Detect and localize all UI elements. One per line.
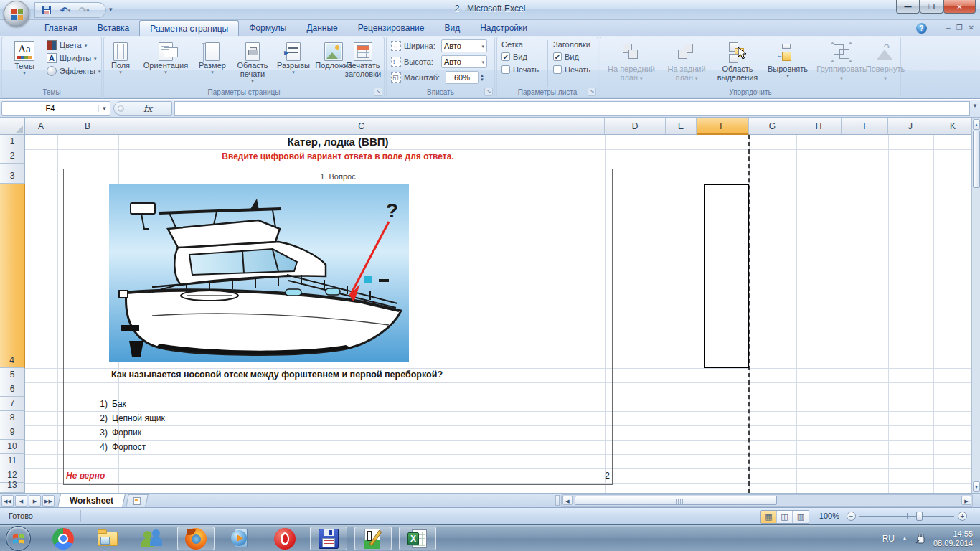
formula-bar-expand-icon[interactable]: ▼ xyxy=(971,103,979,109)
row-header-10[interactable]: 10 xyxy=(0,440,25,454)
answer-2-text[interactable]: Цепной ящик xyxy=(112,413,165,423)
answer-1-num[interactable]: 1) xyxy=(57,399,108,409)
scale-spinner[interactable]: 60% xyxy=(446,71,479,84)
column-header-j[interactable]: J xyxy=(888,118,933,135)
row-header-1[interactable]: 1 xyxy=(0,135,25,149)
formula-input[interactable] xyxy=(174,101,970,116)
vertical-scrollbar[interactable]: ▲ ▼ xyxy=(971,118,980,493)
horizontal-scrollbar[interactable]: ◀ ▶ xyxy=(561,494,973,507)
minimize-icon[interactable]: — xyxy=(896,0,920,14)
height-combo[interactable]: Авто▾ xyxy=(441,55,487,68)
row-header-5[interactable]: 5 xyxy=(0,368,25,382)
firefox-taskbar-icon[interactable] xyxy=(177,527,215,550)
clock[interactable]: 14:55 08.09.2014 xyxy=(933,529,973,548)
first-sheet-icon[interactable]: ◀◀ xyxy=(1,495,14,507)
explorer-taskbar-icon[interactable] xyxy=(89,527,126,550)
language-indicator[interactable]: RU xyxy=(882,534,895,544)
start-button[interactable] xyxy=(6,526,31,551)
chrome-taskbar-icon[interactable] xyxy=(44,527,82,550)
power-plug-icon[interactable] xyxy=(915,533,926,545)
tab-addins[interactable]: Надстройки xyxy=(470,20,537,36)
close-icon[interactable]: ✕ xyxy=(943,0,976,14)
scale-spinner-arrows-icon[interactable]: ▲▼ xyxy=(480,73,484,82)
size-button[interactable]: Размер▾ xyxy=(194,39,230,75)
tab-view[interactable]: Вид xyxy=(434,20,470,36)
column-header-k[interactable]: K xyxy=(933,118,973,135)
answer-4-num[interactable]: 4) xyxy=(57,442,108,452)
orientation-button[interactable]: Ориентация▾ xyxy=(138,39,193,75)
insert-worksheet-tab[interactable] xyxy=(126,494,149,507)
row-header-4[interactable]: 4 xyxy=(0,184,25,368)
themes-button[interactable]: Aa Темы ▾ xyxy=(4,39,45,75)
column-header-a[interactable]: A xyxy=(25,118,57,135)
opera-taskbar-icon[interactable] xyxy=(266,527,303,550)
help-icon[interactable]: ? xyxy=(916,23,927,34)
row-header-8[interactable]: 8 xyxy=(0,411,25,425)
theme-effects-button[interactable]: Эффекты▾ xyxy=(47,66,101,76)
horizontal-scroll-thumb[interactable] xyxy=(575,496,777,505)
tab-home[interactable]: Главная xyxy=(34,20,88,36)
scroll-right-icon[interactable]: ▶ xyxy=(961,496,971,505)
doc-restore-icon[interactable]: ❐ xyxy=(956,24,963,32)
next-sheet-icon[interactable]: ▶ xyxy=(29,495,41,507)
theme-fonts-button[interactable]: A Шрифты▾ xyxy=(47,53,101,63)
quiz-instruction-cell[interactable]: Введите цифровой вариант ответа в поле д… xyxy=(63,151,613,161)
insert-function-button[interactable]: fx xyxy=(113,101,172,116)
scroll-left-icon[interactable]: ◀ xyxy=(562,496,573,505)
print-titles-button[interactable]: Печатать заголовки xyxy=(342,39,384,78)
tab-data[interactable]: Данные xyxy=(296,20,347,36)
zoom-slider-thumb[interactable] xyxy=(916,512,923,521)
messenger-taskbar-icon[interactable] xyxy=(133,527,171,550)
name-box-dropdown-icon[interactable]: ▼ xyxy=(98,105,110,112)
scroll-up-icon[interactable]: ▲ xyxy=(973,119,980,130)
doc-minimize-icon[interactable]: – xyxy=(946,24,951,32)
answer-4-text[interactable]: Форпост xyxy=(112,442,146,452)
tab-page-layout[interactable]: Разметка страницы xyxy=(139,20,239,36)
quiz-title-cell[interactable]: Катер, лодка (ВВП) xyxy=(63,136,613,148)
zoom-slider[interactable]: − + xyxy=(847,511,967,522)
question-cell[interactable]: Как называется носовой отсек между форшт… xyxy=(111,369,443,380)
row-header-13[interactable]: 13 xyxy=(0,483,25,493)
answer-entry-cell[interactable] xyxy=(704,184,749,368)
column-header-e[interactable]: E xyxy=(666,118,697,135)
vertical-scroll-thumb[interactable] xyxy=(973,131,980,188)
row-header-7[interactable]: 7 xyxy=(0,397,25,411)
name-box[interactable]: F4 ▼ xyxy=(1,101,110,116)
sheet-tab-worksheet[interactable]: Worksheet xyxy=(57,494,126,508)
answer-2-num[interactable]: 2) xyxy=(57,413,108,423)
tab-scroll-splitter[interactable] xyxy=(555,495,560,506)
fit-dialog-launcher-icon[interactable]: ↘ xyxy=(484,88,493,96)
print-area-button[interactable]: Область печати▾ xyxy=(232,39,273,83)
verdict-cell[interactable]: Не верно xyxy=(66,471,105,481)
select-all-corner[interactable] xyxy=(0,118,25,135)
show-hidden-icons-icon[interactable]: ▲ xyxy=(902,535,908,542)
page-layout-view-icon[interactable]: ◫ xyxy=(777,511,793,523)
zoom-level[interactable]: 100% xyxy=(819,512,839,520)
column-header-c[interactable]: C xyxy=(118,118,605,135)
row-header-2[interactable]: 2 xyxy=(0,149,25,164)
zoom-in-icon[interactable]: + xyxy=(958,512,967,521)
zoom-out-icon[interactable]: − xyxy=(847,512,856,521)
tab-formulas[interactable]: Формулы xyxy=(239,20,296,36)
breaks-button[interactable]: ▶ Разрывы▾ xyxy=(275,39,312,75)
tab-review[interactable]: Рецензирование xyxy=(348,20,435,36)
column-header-d[interactable]: D xyxy=(605,118,666,135)
sheet-options-dialog-launcher-icon[interactable]: ↘ xyxy=(588,88,596,96)
notepad-app-taskbar-icon[interactable] xyxy=(354,527,392,550)
entered-answer-cell[interactable]: 2 xyxy=(567,471,610,481)
last-sheet-icon[interactable]: ▶▶ xyxy=(42,495,55,507)
row-header-11[interactable]: 11 xyxy=(0,454,25,468)
theme-colors-button[interactable]: Цвета▾ xyxy=(47,40,101,50)
column-header-b[interactable]: B xyxy=(57,118,118,135)
answer-3-text[interactable]: Форпик xyxy=(112,428,141,438)
answer-3-num[interactable]: 3) xyxy=(57,428,108,438)
selection-pane-button[interactable]: Область выделения xyxy=(714,39,761,82)
boat-image[interactable]: ? xyxy=(109,184,409,362)
row-header-9[interactable]: 9 xyxy=(0,425,25,440)
media-player-taskbar-icon[interactable] xyxy=(222,527,259,550)
row-header-6[interactable]: 6 xyxy=(0,382,25,397)
worksheet-grid[interactable]: A B C D E F G H I J K 1 2 3 4 5 6 7 8 9 … xyxy=(0,118,980,493)
normal-view-icon[interactable]: ▦ xyxy=(761,511,777,523)
column-header-h[interactable]: H xyxy=(796,118,842,135)
headings-view-checkbox[interactable]: ✔ Вид xyxy=(553,52,596,61)
